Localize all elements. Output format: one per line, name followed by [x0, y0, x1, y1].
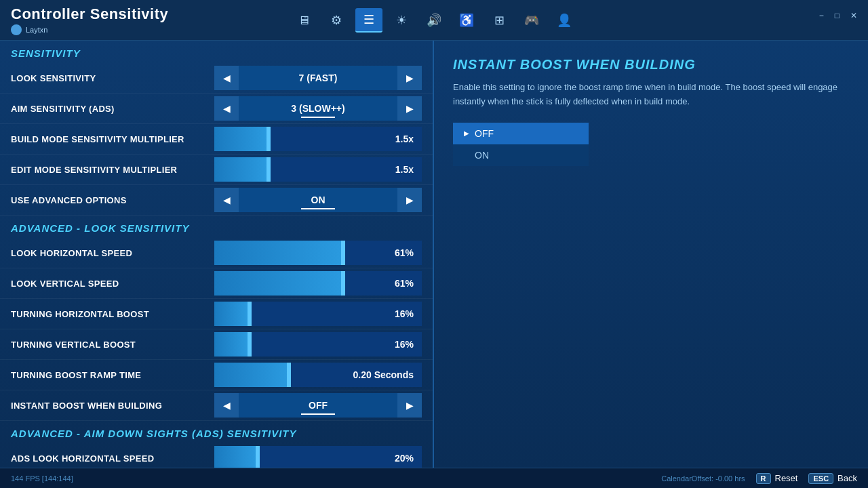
- use-advanced-value: ON: [239, 188, 397, 212]
- right-panel-title: INSTANT BOOST WHEN BUILDING: [453, 57, 849, 73]
- ads-horiz-track: 20%: [214, 446, 422, 468]
- back-key-badge: ESC: [808, 473, 833, 484]
- use-advanced-label: USE ADVANCED OPTIONS: [11, 195, 214, 205]
- turn-vert-slider[interactable]: 16%: [214, 332, 422, 357]
- ads-horiz-fill: [214, 446, 256, 468]
- use-advanced-left-btn[interactable]: ◀: [214, 188, 239, 212]
- brightness-icon[interactable]: ☀: [388, 8, 415, 33]
- look-sensitivity-label: LOOK SENSITIVITY: [11, 73, 214, 83]
- build-mode-fill: [214, 127, 267, 151]
- ramp-time-value: 0.20 Seconds: [353, 369, 414, 380]
- aim-sensitivity-left-btn[interactable]: ◀: [214, 96, 239, 121]
- title-bar: Controller Sensitivity Laytxn 🖥 ⚙ ☰ ☀ 🔊 …: [0, 0, 868, 41]
- use-advanced-right-btn[interactable]: ▶: [397, 188, 422, 212]
- setting-row-look-sensitivity: LOOK SENSITIVITY ◀ 7 (FAST) ▶: [0, 63, 433, 94]
- edit-mode-handle[interactable]: [267, 157, 271, 182]
- look-vert-slider[interactable]: 61%: [214, 271, 422, 296]
- option-on[interactable]: ON: [453, 144, 589, 166]
- turn-vert-track: 16%: [214, 332, 422, 357]
- instant-boost-value: OFF: [239, 393, 397, 418]
- accessibility-icon[interactable]: ♿: [453, 8, 480, 33]
- left-panel: SENSITIVITY LOOK SENSITIVITY ◀ 7 (FAST) …: [0, 41, 434, 468]
- turn-vert-fill: [214, 332, 248, 357]
- edit-mode-track: 1.5x: [214, 157, 422, 182]
- turn-horiz-label: TURNING HORIZONTAL BOOST: [11, 309, 214, 319]
- calendar-info: CalendarOffset: -0.00 hrs: [661, 474, 745, 483]
- turn-vert-label: TURNING VERTICAL BOOST: [11, 340, 214, 350]
- restore-button[interactable]: □: [832, 9, 842, 22]
- build-mode-label: BUILD MODE SENSITIVITY MULTIPLIER: [11, 134, 214, 144]
- turn-vert-handle[interactable]: [248, 332, 252, 357]
- gear-icon[interactable]: ⚙: [323, 8, 350, 33]
- ads-horiz-handle[interactable]: [256, 446, 260, 468]
- instant-boost-right-btn[interactable]: ▶: [397, 393, 422, 418]
- option-off-arrow: ▶: [464, 129, 469, 137]
- build-mode-value: 1.5x: [395, 134, 414, 144]
- turn-horiz-track: 16%: [214, 302, 422, 326]
- main-layout: SENSITIVITY LOOK SENSITIVITY ◀ 7 (FAST) …: [0, 41, 868, 468]
- look-vert-label: LOOK VERTICAL SPEED: [11, 279, 214, 289]
- build-mode-slider[interactable]: 1.5x: [214, 127, 422, 151]
- look-sensitivity-left-btn[interactable]: ◀: [214, 66, 239, 90]
- instant-boost-control: ◀ OFF ▶: [214, 393, 422, 418]
- section-advanced-look-header: ADVANCED - LOOK SENSITIVITY: [0, 216, 433, 238]
- look-horiz-slider[interactable]: 61%: [214, 241, 422, 265]
- section-advanced-ads-header: ADVANCED - AIM DOWN SIGHTS (ADS) SENSITI…: [0, 421, 433, 443]
- look-horiz-handle[interactable]: [341, 241, 345, 265]
- setting-row-look-horiz: LOOK HORIZONTAL SPEED 61%: [0, 238, 433, 268]
- edit-mode-label: EDIT MODE SENSITIVITY MULTIPLIER: [11, 165, 214, 175]
- edit-mode-slider[interactable]: 1.5x: [214, 157, 422, 182]
- setting-row-instant-boost: INSTANT BOOST WHEN BUILDING ◀ OFF ▶: [0, 390, 433, 421]
- look-horiz-value: 61%: [395, 247, 414, 258]
- setting-row-aim-sensitivity: AIM SENSITIVITY (ADS) ◀ 3 (SLOW++) ▶: [0, 94, 433, 124]
- option-off[interactable]: ▶ OFF: [453, 123, 589, 144]
- page-title: Controller Sensitivity: [11, 5, 168, 23]
- layout-icon[interactable]: ⊞: [486, 8, 513, 33]
- use-advanced-control: ◀ ON ▶: [214, 188, 422, 212]
- minimize-button[interactable]: −: [816, 9, 827, 22]
- turn-horiz-value: 16%: [395, 308, 414, 319]
- ramp-time-slider[interactable]: 0.20 Seconds: [214, 363, 422, 387]
- section-sensitivity-header: SENSITIVITY: [0, 41, 433, 63]
- ads-horiz-slider[interactable]: 20%: [214, 446, 422, 468]
- aim-sensitivity-right-btn[interactable]: ▶: [397, 96, 422, 121]
- user-name: Laytxn: [26, 26, 47, 34]
- setting-row-ads-horiz: ADS LOOK HORIZONTAL SPEED 20%: [0, 443, 433, 468]
- ramp-time-handle[interactable]: [287, 363, 291, 387]
- setting-row-ramp-time: TURNING BOOST RAMP TIME 0.20 Seconds: [0, 360, 433, 390]
- audio-icon[interactable]: 🔊: [420, 8, 448, 33]
- ads-horiz-value: 20%: [395, 453, 414, 464]
- ads-horiz-label: ADS LOOK HORIZONTAL SPEED: [11, 453, 214, 464]
- turn-horiz-handle[interactable]: [248, 302, 252, 326]
- aim-sensitivity-label: AIM SENSITIVITY (ADS): [11, 104, 214, 114]
- ramp-time-fill: [214, 363, 287, 387]
- list-icon[interactable]: ☰: [355, 8, 382, 33]
- look-sensitivity-value: 7 (FAST): [239, 66, 397, 90]
- setting-row-edit-mode: EDIT MODE SENSITIVITY MULTIPLIER 1.5x: [0, 155, 433, 185]
- reset-button[interactable]: R Reset: [756, 473, 798, 484]
- look-sensitivity-right-btn[interactable]: ▶: [397, 66, 422, 90]
- edit-mode-fill: [214, 157, 267, 182]
- back-button[interactable]: ESC Back: [808, 473, 857, 484]
- right-panel: INSTANT BOOST WHEN BUILDING Enable this …: [434, 41, 868, 468]
- monitor-icon[interactable]: 🖥: [290, 8, 317, 33]
- controller-icon[interactable]: 🎮: [518, 8, 545, 33]
- close-button[interactable]: ✕: [848, 9, 860, 22]
- setting-row-build-mode: BUILD MODE SENSITIVITY MULTIPLIER 1.5x: [0, 124, 433, 155]
- ramp-time-label: TURNING BOOST RAMP TIME: [11, 370, 214, 380]
- setting-row-look-vert: LOOK VERTICAL SPEED 61%: [0, 268, 433, 299]
- turn-horiz-slider[interactable]: 16%: [214, 302, 422, 326]
- instant-boost-left-btn[interactable]: ◀: [214, 393, 239, 418]
- look-vert-handle[interactable]: [341, 271, 345, 296]
- reset-key-badge: R: [756, 473, 771, 484]
- option-on-label: ON: [464, 150, 489, 161]
- aim-sensitivity-underline: [301, 117, 335, 118]
- right-panel-description: Enable this setting to ignore the boost …: [453, 81, 849, 109]
- look-horiz-fill: [214, 241, 341, 265]
- edit-mode-value: 1.5x: [395, 164, 414, 175]
- build-mode-handle[interactable]: [267, 127, 271, 151]
- reset-label: Reset: [775, 473, 798, 483]
- setting-row-use-advanced: USE ADVANCED OPTIONS ◀ ON ▶: [0, 185, 433, 216]
- profile-icon[interactable]: 👤: [551, 8, 578, 33]
- fps-info: 144 FPS [144:144]: [11, 474, 73, 483]
